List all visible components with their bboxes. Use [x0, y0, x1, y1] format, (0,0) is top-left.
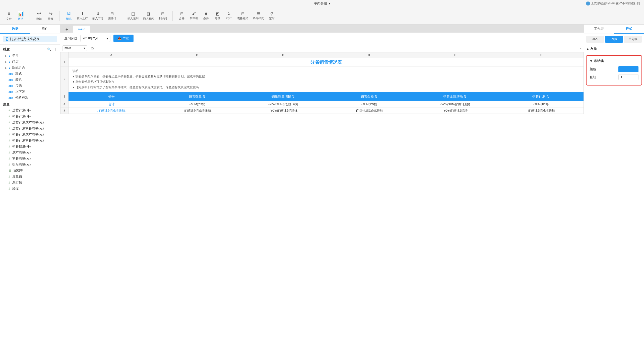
field-item-sales-retail[interactable]: ▶ # 销售计划零售总额(元) — [0, 137, 60, 143]
top-bar: 单向分组 ▾ i 上次修改是system在22小时前进行的 — [0, 0, 644, 7]
cell-yoy-c[interactable]: =YOY(SUM([门店计划完 — [240, 101, 326, 108]
fixed-button[interactable]: ⚲ 定时 — [266, 9, 277, 23]
freeze-section-title: ▼ 冻结线 — [590, 59, 638, 63]
data-button[interactable]: 📊 数据 — [15, 9, 26, 23]
field-item-year-month[interactable]: ▶ ⬧ 年月 — [0, 53, 60, 59]
field-item-purchase-plan-qty[interactable]: ▶ # 进货计划(件) — [0, 107, 60, 113]
cell-data-b5[interactable]: =[门店计划完成情况表]. — [154, 108, 240, 114]
field-item-purchase-retail[interactable]: ▶ # 进货计划零售总额(元) — [0, 125, 60, 131]
abc-icon: abc — [9, 90, 13, 93]
freeze-color-swatch[interactable] — [618, 66, 638, 72]
statistics-button[interactable]: Σ 统计 — [224, 9, 235, 23]
cell-total-label[interactable]: 合计 — [69, 101, 154, 108]
table-format-button[interactable]: ⊟ 表格格式 — [235, 9, 250, 23]
tab-main[interactable]: main — [73, 26, 90, 33]
cell-ref-select[interactable]: main ▾ — [62, 45, 87, 51]
float-icon: ◩ — [216, 11, 220, 16]
field-item-size[interactable]: ▶ abc 尺码 — [0, 83, 60, 89]
dataset-item[interactable]: 🗄 门店计划完成情况表 — [3, 36, 57, 42]
cell-data-f5[interactable]: =[门店计划完成情况表] — [498, 108, 584, 114]
style-tab-body[interactable]: 表体 — [605, 36, 623, 43]
table-row: 3 省份 销售数量 ⇅ 销量数量增幅 ⇅ 销售金额 ⇅ 销售金额增幅 ⇅ 销售计… — [60, 92, 584, 101]
format-brush-button[interactable]: 🖌 格式刷 — [188, 9, 200, 23]
field-item-measure-value[interactable]: ▶ # 度量值 — [0, 174, 60, 180]
insert-row-below-icon: ⬇ — [96, 11, 100, 16]
field-item-discounted-total[interactable]: ▶ # 折后总额(元) — [0, 161, 60, 167]
cell-header-sales-amount[interactable]: 销售金额 ⇅ — [326, 92, 412, 101]
field-item-longitude[interactable]: ▶ # 经度 — [0, 186, 60, 192]
merge-button[interactable]: ⊞ 合并 — [176, 9, 187, 23]
delete-col-button[interactable]: ⊟ 删除列 — [157, 9, 169, 23]
freeze-thickness-input[interactable] — [618, 74, 638, 80]
preview-button[interactable]: 🖥 预览 — [63, 9, 74, 23]
undo-button[interactable]: ↩ 撤销 — [33, 9, 44, 23]
cell-title[interactable]: 分省销售情况表 — [69, 58, 584, 66]
cell-header-sales-plan[interactable]: 销售计划 ⇅ — [498, 92, 584, 101]
cell-notes[interactable]: 说明： ● 该表是单向浮动表，按省分组显示销售数量、销售金额及其对应的增幅和销售… — [69, 66, 584, 92]
field-item-sales-cost[interactable]: ▶ # 销售计划成本总额(元) — [0, 131, 60, 137]
cell-sum-d5[interactable]: =SUM([D5$]) — [326, 101, 412, 108]
field-item-store[interactable]: ▶ ⬧ 门店 — [0, 59, 60, 65]
style-tab-cell[interactable]: 单元格 — [624, 36, 642, 43]
cell-yoy-e5[interactable]: =YOY([门店计划完情 — [412, 108, 498, 114]
style-tab-canvas[interactable]: 画布 — [586, 36, 604, 43]
row-num-5: 5 — [60, 108, 69, 114]
field-item-style[interactable]: ▶ abc 款式 — [0, 71, 60, 77]
menu-icon: ≡ — [8, 11, 11, 17]
cell-header-province[interactable]: 省份 — [69, 92, 154, 101]
float-button[interactable]: ◩ 浮动 — [212, 9, 223, 23]
cell-data-d5[interactable]: =[门店计划完成情况表]. — [326, 108, 412, 114]
field-item-sales-qty[interactable]: ▶ # 销售数量(件) — [0, 143, 60, 149]
field-item-completion-rate[interactable]: ▶ ⊕ 完成率 — [0, 167, 60, 174]
title-dropdown-icon[interactable]: ▾ — [329, 2, 330, 5]
cell-yoy-c5[interactable]: =YOY([门店计划完情况 — [240, 108, 326, 114]
condition-button[interactable]: ⧫ 条件 — [201, 9, 212, 23]
insert-row-above-button[interactable]: ⬆ 插入上行 — [75, 9, 90, 23]
field-item-price-tier[interactable]: ▶ abc 价格档次 — [0, 95, 60, 101]
insert-col-right-button[interactable]: ◨ 插入右列 — [141, 9, 156, 23]
field-item-purchase-cost[interactable]: ▶ # 进货计划成本总额(元) — [0, 119, 60, 125]
layout-header[interactable]: ▶ 布局 — [587, 46, 641, 52]
cell-sum-b5[interactable]: =SUM([B5$]) — [154, 101, 240, 108]
file-button[interactable]: ≡ 文件 — [4, 9, 15, 23]
row-num-3: 3 — [60, 92, 69, 101]
field-item-color[interactable]: ▶ abc 颜色 — [0, 77, 60, 83]
last-saved-text: 上次修改是system在22小时前进行的 — [591, 1, 640, 6]
undo-icon: ↩ — [37, 11, 41, 17]
formula-expand-icon[interactable]: ▾ — [580, 46, 582, 50]
tab-worksheet[interactable]: 工作表 — [584, 25, 614, 34]
field-item-cost-total[interactable]: ▶ # 成本总额(元) — [0, 149, 60, 155]
cell-header-sales-amount-growth[interactable]: 销售金额增幅 ⇅ — [412, 92, 498, 101]
field-item-total-rows[interactable]: ▶ # 总行数 — [0, 180, 60, 186]
toolbar-group-rows: 🖥 预览 ⬆ 插入上行 ⬇ 插入下行 ⊟ 删除行 — [62, 9, 120, 23]
delete-row-button[interactable]: ⊟ 删除行 — [106, 9, 118, 23]
query-month-select[interactable]: 2018年2月 ▾ — [80, 35, 110, 42]
cell-header-sales-qty[interactable]: 销售数量 ⇅ — [154, 92, 240, 101]
row-num-4: 4 — [60, 101, 69, 108]
export-button[interactable]: 📤 导出 — [113, 35, 134, 42]
field-item-top-bottom[interactable]: ▶ abc 上下装 — [0, 89, 60, 95]
save-info: i 上次修改是system在22小时前进行的 — [586, 1, 640, 6]
tab-component[interactable]: 组件 — [30, 25, 60, 34]
cell-yoy-e[interactable]: =YOY(SUM([门店计划完 — [412, 101, 498, 108]
field-item-sales-plan-qty[interactable]: ▶ # 销售计划(件) — [0, 113, 60, 119]
conditional-style-button[interactable]: ☰ 条件样式 — [251, 9, 266, 23]
tab-style[interactable]: 样式 — [614, 25, 644, 34]
field-item-style-combo[interactable]: ▶ ⬧ 款式组合 — [0, 65, 60, 71]
redo-button[interactable]: ↪ 重做 — [45, 9, 56, 23]
cell-expand-province[interactable]: ↓[门店计划完成情况表]. — [69, 108, 154, 114]
field-item-retail-total[interactable]: ▶ # 零售总额(元) — [0, 155, 60, 161]
sort-icon: ⇅ — [464, 95, 467, 98]
search-icon[interactable]: 🔍 — [47, 47, 51, 51]
tab-data[interactable]: 数据 — [0, 25, 30, 34]
insert-col-left-button[interactable]: ◫ 插入左列 — [125, 9, 141, 23]
cell-header-sales-qty-growth[interactable]: 销量数量增幅 ⇅ — [240, 92, 326, 101]
style-tabs: 画布 表体 单元格 — [586, 36, 642, 43]
insert-row-below-button[interactable]: ⬇ 插入下行 — [90, 9, 105, 23]
expand-all-icon[interactable]: ⋮ — [53, 47, 57, 51]
add-tab-button[interactable]: + — [63, 27, 70, 33]
preview-icon: 🖥 — [66, 11, 71, 17]
formula-input[interactable] — [98, 46, 578, 50]
insert-col-left-icon: ◫ — [131, 11, 135, 16]
cell-sum-f5[interactable]: =SUM([F5$]) — [498, 101, 584, 108]
